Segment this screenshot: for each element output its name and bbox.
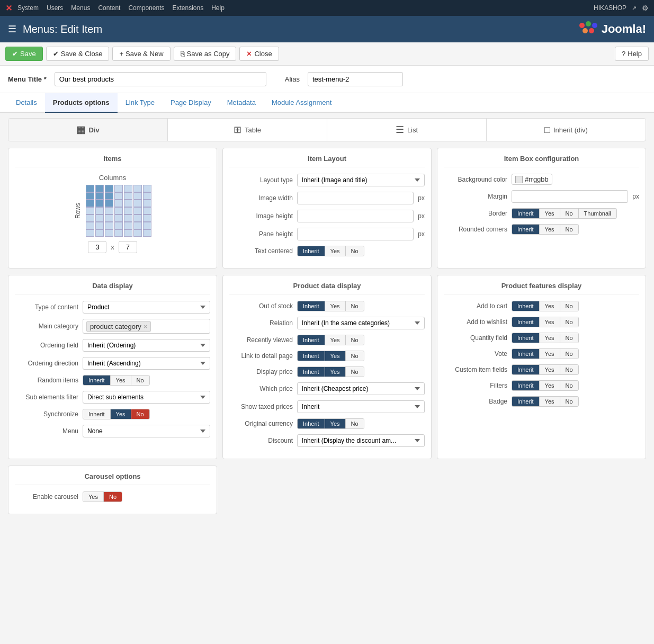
show-taxed-select[interactable]: Inherit	[297, 400, 425, 413]
wish-inherit[interactable]: Inherit	[512, 317, 540, 327]
border-yes[interactable]: Yes	[540, 209, 560, 218]
cols-input[interactable]	[88, 241, 106, 253]
quantity-yes[interactable]: Yes	[540, 333, 560, 343]
filter-no[interactable]: No	[560, 381, 578, 390]
layout-tab-table[interactable]: ⊞ Table	[168, 119, 327, 141]
tab-metadata[interactable]: Metadata	[219, 93, 264, 113]
save-copy-button[interactable]: ⎘ Save as Copy	[174, 47, 237, 61]
price-inherit[interactable]: Inherit	[298, 367, 325, 377]
wish-yes[interactable]: Yes	[540, 317, 560, 327]
bg-color-swatch-box[interactable]: #rrggbb	[512, 174, 552, 185]
hikashop-link[interactable]: HIKASHOP	[594, 4, 626, 12]
text-centered-no[interactable]: No	[346, 246, 364, 256]
menu-title-input[interactable]	[55, 72, 266, 86]
which-price-select[interactable]: Inherit (Cheapest price)	[297, 382, 425, 395]
category-tag-remove[interactable]: ×	[144, 323, 148, 330]
recent-inherit[interactable]: Inherit	[298, 335, 325, 345]
sync-yes[interactable]: Yes	[111, 409, 131, 419]
cart-no[interactable]: No	[560, 301, 578, 311]
vote-inherit[interactable]: Inherit	[512, 349, 540, 359]
rounded-no[interactable]: No	[560, 225, 578, 234]
cart-yes[interactable]: Yes	[540, 301, 560, 311]
quantity-inherit[interactable]: Inherit	[512, 333, 540, 343]
discount-select[interactable]: Inherit (Display the discount am...	[297, 434, 425, 447]
badge-yes[interactable]: Yes	[540, 397, 560, 406]
close-button[interactable]: ✕ Close	[239, 47, 279, 61]
orig-no[interactable]: No	[346, 419, 364, 428]
tab-products-options[interactable]: Products options	[45, 93, 118, 113]
carousel-no[interactable]: No	[104, 492, 122, 502]
tab-module-assignment[interactable]: Module Assignment	[264, 93, 339, 113]
layout-tab-list[interactable]: ☰ List	[327, 119, 487, 141]
filter-inherit[interactable]: Inherit	[512, 381, 540, 390]
border-inherit[interactable]: Inherit	[512, 209, 540, 218]
nav-extensions[interactable]: Extensions	[172, 4, 203, 12]
recent-no[interactable]: No	[346, 335, 364, 345]
orig-inherit[interactable]: Inherit	[298, 419, 325, 428]
quantity-no[interactable]: No	[560, 333, 578, 343]
margin-input[interactable]	[512, 190, 628, 203]
out-yes[interactable]: Yes	[325, 301, 346, 311]
orig-yes[interactable]: Yes	[325, 419, 346, 428]
link-no[interactable]: No	[346, 351, 364, 361]
layout-tab-div[interactable]: ▦ Div	[8, 119, 168, 141]
nav-menus[interactable]: Menus	[71, 4, 90, 12]
sync-no[interactable]: No	[131, 409, 149, 419]
type-of-content-select[interactable]: Product	[83, 301, 210, 314]
cart-inherit[interactable]: Inherit	[512, 301, 540, 311]
out-no[interactable]: No	[346, 301, 364, 311]
text-centered-inherit[interactable]: Inherit	[298, 246, 325, 256]
badge-no[interactable]: No	[560, 397, 578, 406]
tab-details[interactable]: Details	[8, 93, 45, 113]
text-centered-yes[interactable]: Yes	[325, 246, 346, 256]
custom-yes[interactable]: Yes	[540, 365, 560, 374]
tab-page-display[interactable]: Page Display	[163, 93, 219, 113]
menu-select[interactable]: None	[83, 425, 210, 437]
border-thumbnail[interactable]: Thumbnail	[579, 209, 616, 218]
link-yes[interactable]: Yes	[325, 351, 346, 361]
relation-select[interactable]: Inherit (In the same categories)	[297, 317, 425, 329]
layout-tab-inherit[interactable]: □ Inherit (div)	[487, 119, 646, 141]
layout-type-select[interactable]: Inherit (Image and title)	[297, 174, 425, 186]
rounded-inherit[interactable]: Inherit	[512, 225, 540, 234]
rounded-yes[interactable]: Yes	[540, 225, 560, 234]
random-yes[interactable]: Yes	[111, 375, 131, 385]
vote-no[interactable]: No	[560, 349, 578, 359]
sub-elements-select[interactable]: Direct sub elements	[83, 391, 210, 404]
rows-input[interactable]	[119, 241, 137, 253]
recent-yes[interactable]: Yes	[325, 335, 346, 345]
image-width-input[interactable]	[297, 192, 414, 204]
price-no[interactable]: No	[346, 367, 364, 377]
hamburger-icon[interactable]: ☰	[8, 23, 16, 35]
random-inherit[interactable]: Inherit	[83, 375, 111, 385]
sync-inherit[interactable]: Inherit	[83, 409, 111, 419]
save-close-button[interactable]: ✔ Save & Close	[46, 47, 110, 61]
help-button[interactable]: ? Help	[615, 47, 649, 61]
price-yes[interactable]: Yes	[325, 367, 346, 377]
random-no[interactable]: No	[131, 375, 149, 385]
save-new-button[interactable]: + Save & New	[112, 47, 170, 61]
tab-link-type[interactable]: Link Type	[118, 93, 163, 113]
ordering-field-select[interactable]: Inherit (Ordering)	[83, 339, 210, 352]
nav-system[interactable]: System	[17, 4, 39, 12]
vote-yes[interactable]: Yes	[540, 349, 560, 359]
alias-input[interactable]	[308, 72, 403, 86]
ordering-direction-select[interactable]: Inherit (Ascending)	[83, 357, 210, 370]
custom-no[interactable]: No	[560, 365, 578, 374]
carousel-yes[interactable]: Yes	[83, 492, 104, 502]
pane-height-input[interactable]	[297, 228, 414, 240]
nav-content[interactable]: Content	[98, 4, 120, 12]
border-no[interactable]: No	[560, 209, 579, 218]
filter-yes[interactable]: Yes	[540, 381, 560, 390]
nav-components[interactable]: Components	[128, 4, 164, 12]
nav-users[interactable]: Users	[47, 4, 63, 12]
gear-icon[interactable]: ⚙	[642, 4, 649, 12]
wish-no[interactable]: No	[560, 317, 578, 327]
nav-help[interactable]: Help	[211, 4, 225, 12]
out-inherit[interactable]: Inherit	[298, 301, 325, 311]
badge-inherit[interactable]: Inherit	[512, 397, 540, 406]
save-button[interactable]: ✔ Save	[5, 47, 43, 61]
link-inherit[interactable]: Inherit	[298, 351, 325, 361]
image-height-input[interactable]	[297, 210, 414, 222]
main-category-input[interactable]: product category ×	[83, 319, 210, 334]
